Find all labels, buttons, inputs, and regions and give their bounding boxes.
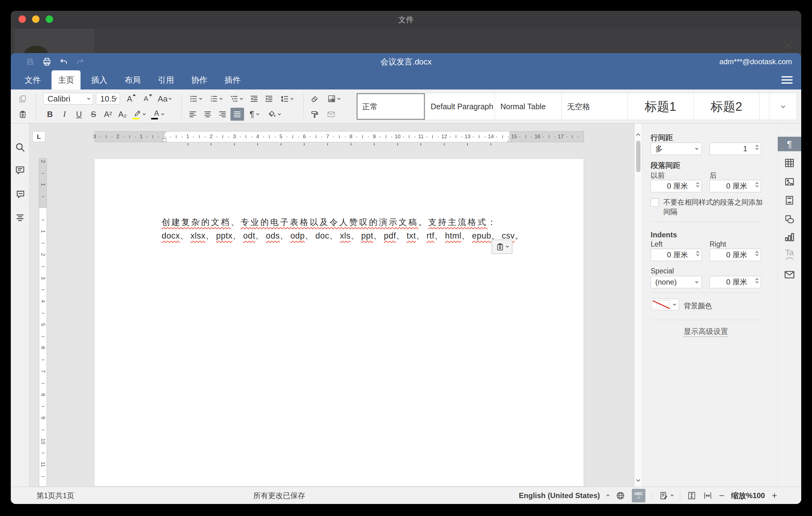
indent-marker[interactable] [162,132,167,143]
redo-icon[interactable] [76,58,84,66]
document-text[interactable]: 创建复杂的文档、专业的电子表格以及令人赞叹的演示文稿。支持主流格式： docx、… [162,216,517,242]
ribbon-tab[interactable]: 插入 [85,70,114,89]
underline-button[interactable]: U [72,108,86,121]
ribbon-tab[interactable]: 插件 [218,70,247,89]
zoom-in-button[interactable]: + [772,491,777,500]
zoom-level[interactable]: 缩放%100 [731,491,765,500]
increase-indent-button[interactable] [262,92,276,105]
ribbon-tab[interactable]: 协作 [185,70,214,89]
special-amount-stepper[interactable]: 0 厘米 [709,276,761,288]
header-footer-settings-icon[interactable] [784,195,795,206]
track-changes-button[interactable] [659,491,673,500]
ribbon-tab[interactable]: 引用 [151,70,180,89]
ribbon-tab[interactable]: 主页 [52,70,81,89]
h-ruler[interactable]: 3211234567891011121314151617 [95,131,584,142]
line-spacing-button[interactable] [277,92,296,105]
tab-selector[interactable]: L [32,132,45,142]
paste-options-button[interactable] [491,239,513,254]
v-ruler[interactable]: 211234567891011 [39,158,47,487]
stepper-arrows[interactable] [756,250,758,256]
align-left-button[interactable] [186,108,200,121]
vertical-scrollbar[interactable] [634,123,642,487]
search-icon[interactable] [15,142,25,152]
zoom-out-button[interactable]: − [719,491,725,500]
line-spacing-value-stepper[interactable]: 1 [709,143,761,155]
shading-button[interactable] [264,108,284,121]
stepper-arrows[interactable] [697,250,699,256]
paragraph-settings-tab[interactable]: ¶ [778,137,801,151]
align-center-button[interactable] [201,108,214,121]
font-name-select[interactable]: Calibri [43,93,93,105]
style-gallery-expand-button[interactable] [770,93,796,120]
nonprinting-characters-button[interactable]: ¶ [245,108,263,121]
style-item[interactable]: 标题2 [694,93,759,120]
close-icon[interactable] [783,39,794,51]
copy-style-button[interactable] [308,108,321,121]
comments-icon[interactable] [15,165,25,176]
numbered-list-button[interactable] [206,92,226,105]
subscript-button[interactable]: A₂ [116,108,129,121]
ribbon-tab[interactable]: 布局 [118,70,147,89]
stepper-arrows[interactable] [756,278,758,283]
chat-icon[interactable] [15,189,25,200]
style-item[interactable]: 无空格 [561,93,628,120]
image-settings-icon[interactable] [784,176,795,187]
undo-icon[interactable] [60,58,68,66]
text-art-settings-icon[interactable]: Ta [784,248,795,259]
ribbon-tab[interactable]: 文件 [18,70,47,89]
align-right-button[interactable] [216,108,229,121]
set-language-globe-icon[interactable] [616,491,625,500]
page-number-status[interactable]: 第1页共1页 [36,487,74,504]
stepper-arrows[interactable] [697,181,699,187]
font-color-button[interactable]: A [150,108,168,121]
line-spacing-mode-select[interactable]: 多 [651,143,702,155]
decrease-indent-button[interactable] [247,92,261,105]
advanced-settings-link[interactable]: 显示高级设置 [651,326,761,336]
special-select[interactable]: (none) [651,276,702,288]
print-icon[interactable] [42,57,52,66]
clear-style-button[interactable] [308,92,321,105]
spellcheck-toggle[interactable]: ABC [632,489,645,503]
chart-settings-icon[interactable] [784,231,795,242]
scroll-up-icon[interactable] [636,133,640,137]
style-item[interactable]: 正常 [357,93,425,120]
scroll-down-icon[interactable] [636,478,640,482]
style-item[interactable]: Normal Table [495,93,561,120]
document-page[interactable]: 创建复杂的文档、专业的电子表格以及令人赞叹的演示文稿。支持主流格式： docx、… [94,158,584,487]
italic-button[interactable]: I [58,108,71,121]
paste-button[interactable] [16,108,29,121]
indent-left-stepper[interactable]: 0 厘米 [651,249,702,261]
superscript-button[interactable]: A² [101,108,115,121]
fit-width-icon[interactable] [703,491,712,500]
scrollbar-thumb[interactable] [636,141,640,172]
copy-button[interactable] [16,92,29,105]
highlight-color-button[interactable] [130,108,149,121]
stepper-arrows[interactable] [756,144,758,149]
table-settings-icon[interactable] [784,157,795,169]
save-icon[interactable] [26,58,34,66]
strikeout-button[interactable]: S [87,108,100,121]
multilevel-list-button[interactable] [227,92,246,105]
style-item[interactable]: 标题1 [628,93,694,120]
font-size-select[interactable]: 10.5 [96,93,120,105]
increase-font-button[interactable]: A [123,92,136,105]
mail-merge-button[interactable] [324,108,338,121]
shape-settings-icon[interactable] [784,214,795,225]
menu-hamburger-icon[interactable] [781,75,792,85]
bold-button[interactable]: B [43,108,57,121]
stepper-arrows[interactable] [756,181,758,187]
color-scheme-button[interactable] [324,92,343,105]
style-item[interactable]: Default Paragraph [425,93,495,120]
change-case-button[interactable]: Aa [155,92,173,105]
background-color-picker[interactable] [651,299,679,311]
fit-page-icon[interactable] [687,491,696,500]
navigation-headings-icon[interactable] [15,212,25,223]
spacing-after-stepper[interactable]: 0 厘米 [709,180,761,192]
indent-right-stepper[interactable]: 0 厘米 [709,249,761,261]
same-style-checkbox[interactable] [651,198,659,207]
spacing-before-stepper[interactable]: 0 厘米 [651,180,702,192]
align-justify-button[interactable] [230,108,244,121]
bullet-list-button[interactable] [186,92,205,105]
mail-merge-settings-icon[interactable] [784,269,795,280]
decrease-font-button[interactable]: A [139,92,153,105]
